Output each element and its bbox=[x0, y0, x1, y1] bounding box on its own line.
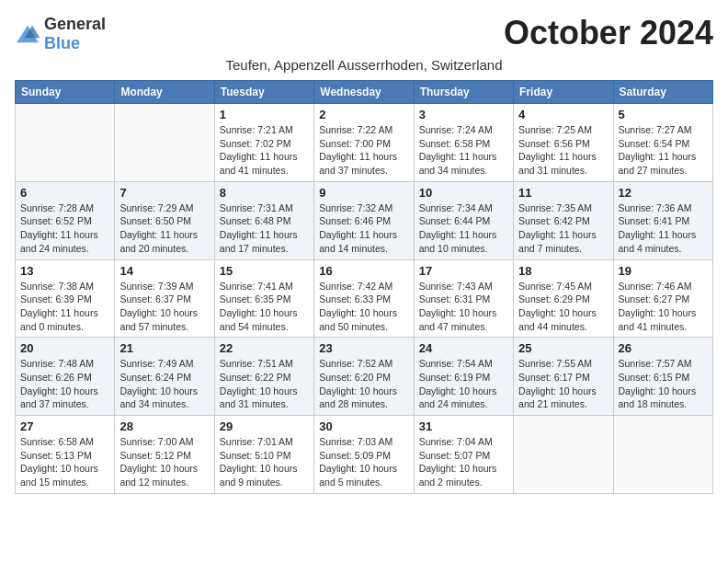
cell-w4-d0: 20Sunrise: 7:48 AMSunset: 6:26 PMDayligh… bbox=[16, 338, 115, 416]
day-info: Sunrise: 7:03 AMSunset: 5:09 PMDaylight:… bbox=[319, 435, 408, 489]
cell-w3-d0: 13Sunrise: 7:38 AMSunset: 6:39 PMDayligh… bbox=[16, 259, 115, 338]
cell-w2-d6: 12Sunrise: 7:36 AMSunset: 6:41 PMDayligh… bbox=[613, 181, 712, 259]
day-info: Sunrise: 7:36 AMSunset: 6:41 PMDaylight:… bbox=[619, 201, 708, 256]
day-info: Sunrise: 7:35 AMSunset: 6:42 PMDaylight:… bbox=[518, 201, 608, 256]
cell-w3-d5: 18Sunrise: 7:45 AMSunset: 6:29 PMDayligh… bbox=[514, 259, 613, 338]
header-saturday: Saturday bbox=[613, 81, 712, 104]
day-info: Sunrise: 7:24 AMSunset: 6:58 PMDaylight:… bbox=[419, 123, 508, 178]
cell-w5-d1: 28Sunrise: 7:00 AMSunset: 5:12 PMDayligh… bbox=[115, 416, 214, 494]
cell-w3-d3: 16Sunrise: 7:42 AMSunset: 6:33 PMDayligh… bbox=[314, 259, 414, 338]
day-number: 5 bbox=[619, 108, 708, 121]
day-info: Sunrise: 7:38 AMSunset: 6:39 PMDaylight:… bbox=[20, 280, 109, 334]
cell-w5-d6 bbox=[613, 416, 712, 494]
header-thursday: Thursday bbox=[414, 81, 513, 104]
day-number: 22 bbox=[220, 341, 309, 355]
day-number: 4 bbox=[518, 108, 608, 121]
day-info: Sunrise: 7:49 AMSunset: 6:24 PMDaylight:… bbox=[119, 357, 209, 411]
week-row-1: 1Sunrise: 7:21 AMSunset: 7:02 PMDaylight… bbox=[16, 104, 713, 182]
day-info: Sunrise: 7:54 AMSunset: 6:19 PMDaylight:… bbox=[419, 357, 508, 411]
cell-w2-d2: 8Sunrise: 7:31 AMSunset: 6:48 PMDaylight… bbox=[214, 181, 313, 259]
day-info: Sunrise: 7:25 AMSunset: 6:56 PMDaylight:… bbox=[518, 123, 608, 178]
week-row-4: 20Sunrise: 7:48 AMSunset: 6:26 PMDayligh… bbox=[16, 338, 713, 416]
week-row-5: 27Sunrise: 6:58 AMSunset: 5:13 PMDayligh… bbox=[16, 416, 713, 494]
day-info: Sunrise: 7:45 AMSunset: 6:29 PMDaylight:… bbox=[518, 280, 608, 334]
cell-w5-d5 bbox=[514, 416, 613, 494]
header-friday: Friday bbox=[514, 81, 613, 104]
day-number: 3 bbox=[419, 108, 508, 121]
day-info: Sunrise: 7:43 AMSunset: 6:31 PMDaylight:… bbox=[419, 280, 508, 334]
day-info: Sunrise: 7:48 AMSunset: 6:26 PMDaylight:… bbox=[20, 357, 109, 411]
header-tuesday: Tuesday bbox=[214, 81, 313, 104]
month-title: October 2024 bbox=[504, 15, 713, 52]
cell-w4-d5: 25Sunrise: 7:55 AMSunset: 6:17 PMDayligh… bbox=[514, 338, 613, 416]
day-number: 15 bbox=[220, 264, 309, 278]
cell-w3-d6: 19Sunrise: 7:46 AMSunset: 6:27 PMDayligh… bbox=[613, 259, 712, 338]
day-info: Sunrise: 7:28 AMSunset: 6:52 PMDaylight:… bbox=[20, 201, 109, 256]
day-info: Sunrise: 7:42 AMSunset: 6:33 PMDaylight:… bbox=[319, 280, 408, 334]
day-number: 30 bbox=[319, 419, 408, 433]
cell-w4-d3: 23Sunrise: 7:52 AMSunset: 6:20 PMDayligh… bbox=[314, 338, 414, 416]
day-number: 20 bbox=[20, 341, 109, 355]
day-info: Sunrise: 7:41 AMSunset: 6:35 PMDaylight:… bbox=[220, 280, 309, 334]
cell-w4-d4: 24Sunrise: 7:54 AMSunset: 6:19 PMDayligh… bbox=[414, 338, 513, 416]
day-info: Sunrise: 7:21 AMSunset: 7:02 PMDaylight:… bbox=[220, 123, 309, 178]
cell-w1-d2: 1Sunrise: 7:21 AMSunset: 7:02 PMDaylight… bbox=[214, 104, 313, 182]
day-number: 10 bbox=[419, 186, 508, 200]
day-number: 6 bbox=[20, 186, 109, 200]
header: General Blue October 2024 bbox=[15, 15, 713, 53]
day-number: 17 bbox=[419, 264, 508, 278]
cell-w3-d2: 15Sunrise: 7:41 AMSunset: 6:35 PMDayligh… bbox=[214, 259, 313, 338]
day-number: 24 bbox=[419, 341, 508, 355]
cell-w4-d2: 22Sunrise: 7:51 AMSunset: 6:22 PMDayligh… bbox=[214, 338, 313, 416]
header-wednesday: Wednesday bbox=[314, 81, 414, 104]
logo-general: General bbox=[44, 15, 106, 33]
day-number: 2 bbox=[319, 108, 408, 121]
logo: General Blue bbox=[15, 15, 106, 53]
day-info: Sunrise: 7:39 AMSunset: 6:37 PMDaylight:… bbox=[119, 280, 209, 334]
day-number: 29 bbox=[220, 419, 309, 433]
day-number: 16 bbox=[319, 264, 408, 278]
cell-w1-d1 bbox=[115, 104, 214, 182]
day-info: Sunrise: 7:57 AMSunset: 6:15 PMDaylight:… bbox=[619, 357, 708, 411]
day-number: 31 bbox=[419, 419, 508, 433]
day-number: 21 bbox=[119, 341, 209, 355]
day-number: 25 bbox=[518, 341, 608, 355]
cell-w5-d2: 29Sunrise: 7:01 AMSunset: 5:10 PMDayligh… bbox=[214, 416, 313, 494]
day-number: 12 bbox=[619, 186, 708, 200]
cell-w1-d4: 3Sunrise: 7:24 AMSunset: 6:58 PMDaylight… bbox=[414, 104, 513, 182]
header-monday: Monday bbox=[115, 81, 214, 104]
day-number: 23 bbox=[319, 341, 408, 355]
logo-blue: Blue bbox=[44, 34, 80, 52]
week-row-2: 6Sunrise: 7:28 AMSunset: 6:52 PMDaylight… bbox=[16, 181, 713, 259]
cell-w1-d0 bbox=[16, 104, 115, 182]
cell-w3-d4: 17Sunrise: 7:43 AMSunset: 6:31 PMDayligh… bbox=[414, 259, 513, 338]
day-number: 14 bbox=[119, 264, 209, 278]
day-info: Sunrise: 7:34 AMSunset: 6:44 PMDaylight:… bbox=[419, 201, 508, 256]
cell-w2-d1: 7Sunrise: 7:29 AMSunset: 6:50 PMDaylight… bbox=[115, 181, 214, 259]
day-number: 26 bbox=[619, 341, 708, 355]
day-info: Sunrise: 7:46 AMSunset: 6:27 PMDaylight:… bbox=[619, 280, 708, 334]
cell-w2-d0: 6Sunrise: 7:28 AMSunset: 6:52 PMDaylight… bbox=[16, 181, 115, 259]
subtitle: Teufen, Appenzell Ausserrhoden, Switzerl… bbox=[15, 57, 713, 73]
cell-w4-d1: 21Sunrise: 7:49 AMSunset: 6:24 PMDayligh… bbox=[115, 338, 214, 416]
day-info: Sunrise: 7:51 AMSunset: 6:22 PMDaylight:… bbox=[220, 357, 309, 411]
weekday-header-row: Sunday Monday Tuesday Wednesday Thursday… bbox=[16, 81, 713, 104]
day-number: 18 bbox=[518, 264, 608, 278]
day-number: 9 bbox=[319, 186, 408, 200]
cell-w1-d5: 4Sunrise: 7:25 AMSunset: 6:56 PMDaylight… bbox=[514, 104, 613, 182]
week-row-3: 13Sunrise: 7:38 AMSunset: 6:39 PMDayligh… bbox=[16, 259, 713, 338]
logo-icon bbox=[15, 24, 40, 44]
day-info: Sunrise: 7:27 AMSunset: 6:54 PMDaylight:… bbox=[619, 123, 708, 178]
day-info: Sunrise: 7:55 AMSunset: 6:17 PMDaylight:… bbox=[518, 357, 608, 411]
day-number: 7 bbox=[119, 186, 209, 200]
day-number: 11 bbox=[518, 186, 608, 200]
day-info: Sunrise: 7:29 AMSunset: 6:50 PMDaylight:… bbox=[119, 201, 209, 256]
cell-w3-d1: 14Sunrise: 7:39 AMSunset: 6:37 PMDayligh… bbox=[115, 259, 214, 338]
day-info: Sunrise: 7:01 AMSunset: 5:10 PMDaylight:… bbox=[220, 435, 309, 489]
day-number: 27 bbox=[20, 419, 109, 433]
day-info: Sunrise: 7:31 AMSunset: 6:48 PMDaylight:… bbox=[220, 201, 309, 256]
cell-w2-d4: 10Sunrise: 7:34 AMSunset: 6:44 PMDayligh… bbox=[414, 181, 513, 259]
day-number: 8 bbox=[220, 186, 309, 200]
day-info: Sunrise: 7:00 AMSunset: 5:12 PMDaylight:… bbox=[119, 435, 209, 489]
day-info: Sunrise: 7:22 AMSunset: 7:00 PMDaylight:… bbox=[319, 123, 408, 178]
